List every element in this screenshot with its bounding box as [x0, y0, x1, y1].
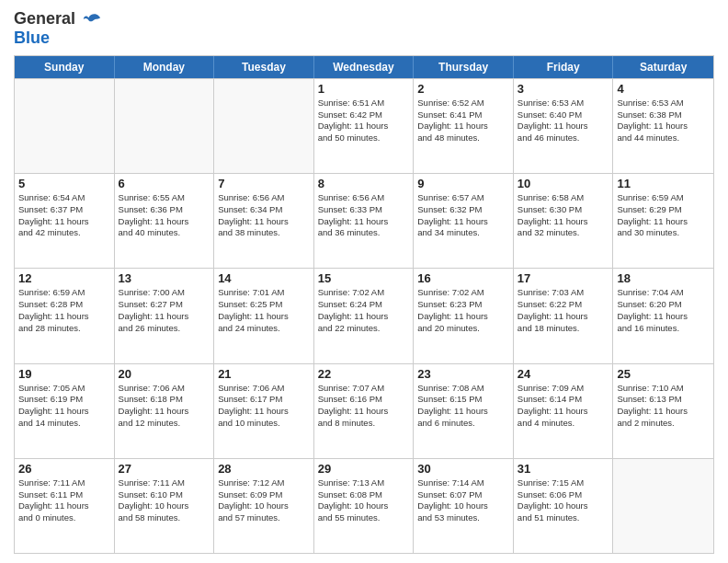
calendar-row-5: 26Sunrise: 7:11 AM Sunset: 6:11 PM Dayli… [15, 458, 713, 553]
day-number: 3 [518, 82, 609, 96]
day-info: Sunrise: 6:51 AM Sunset: 6:42 PM Dayligh… [318, 98, 410, 144]
logo-blue: Blue [14, 29, 50, 47]
day-number: 14 [218, 271, 310, 285]
calendar-cell: 24Sunrise: 7:09 AM Sunset: 6:14 PM Dayli… [514, 364, 614, 458]
day-number: 30 [417, 462, 509, 476]
day-info: Sunrise: 6:52 AM Sunset: 6:41 PM Dayligh… [417, 98, 509, 144]
header: General Blue [14, 9, 714, 48]
calendar-cell: 11Sunrise: 6:59 AM Sunset: 6:29 PM Dayli… [613, 174, 713, 268]
calendar-cell: 28Sunrise: 7:12 AM Sunset: 6:09 PM Dayli… [214, 459, 314, 553]
calendar-cell: 22Sunrise: 7:07 AM Sunset: 6:16 PM Dayli… [314, 364, 415, 458]
calendar-cell: 21Sunrise: 7:06 AM Sunset: 6:17 PM Dayli… [214, 364, 314, 458]
day-number: 8 [318, 177, 410, 190]
day-number: 24 [518, 367, 609, 381]
day-info: Sunrise: 6:53 AM Sunset: 6:40 PM Dayligh… [518, 98, 609, 144]
day-info: Sunrise: 6:58 AM Sunset: 6:30 PM Dayligh… [518, 192, 609, 239]
day-info: Sunrise: 7:07 AM Sunset: 6:16 PM Dayligh… [318, 383, 410, 430]
day-info: Sunrise: 6:56 AM Sunset: 6:33 PM Dayligh… [318, 192, 410, 239]
day-info: Sunrise: 7:03 AM Sunset: 6:22 PM Dayligh… [518, 287, 609, 334]
calendar: SundayMondayTuesdayWednesdayThursdayFrid… [14, 55, 714, 554]
day-number: 28 [218, 462, 310, 476]
calendar-row-2: 5Sunrise: 6:54 AM Sunset: 6:37 PM Daylig… [15, 173, 713, 268]
calendar-cell: 16Sunrise: 7:02 AM Sunset: 6:23 PM Dayli… [414, 269, 514, 362]
day-info: Sunrise: 7:14 AM Sunset: 6:07 PM Dayligh… [417, 477, 509, 524]
day-number: 4 [617, 82, 710, 96]
calendar-header: SundayMondayTuesdayWednesdayThursdayFrid… [15, 56, 713, 78]
calendar-cell: 29Sunrise: 7:13 AM Sunset: 6:08 PM Dayli… [314, 459, 415, 553]
day-number: 2 [417, 82, 509, 96]
day-number: 26 [18, 462, 110, 476]
calendar-cell [214, 79, 314, 173]
day-number: 11 [617, 177, 710, 190]
day-number: 21 [218, 367, 310, 381]
calendar-cell [15, 79, 115, 173]
calendar-cell: 6Sunrise: 6:55 AM Sunset: 6:36 PM Daylig… [115, 174, 215, 268]
calendar-cell: 27Sunrise: 7:11 AM Sunset: 6:10 PM Dayli… [115, 459, 215, 553]
day-info: Sunrise: 7:10 AM Sunset: 6:13 PM Dayligh… [617, 383, 710, 430]
day-info: Sunrise: 7:06 AM Sunset: 6:18 PM Dayligh… [119, 383, 210, 430]
calendar-cell: 26Sunrise: 7:11 AM Sunset: 6:11 PM Dayli… [15, 459, 115, 553]
day-info: Sunrise: 7:02 AM Sunset: 6:23 PM Dayligh… [417, 287, 509, 334]
day-number: 5 [18, 177, 110, 190]
day-number: 15 [318, 271, 410, 285]
day-info: Sunrise: 7:15 AM Sunset: 6:06 PM Dayligh… [518, 477, 609, 524]
day-info: Sunrise: 7:09 AM Sunset: 6:14 PM Dayligh… [518, 383, 609, 430]
day-number: 23 [417, 367, 509, 381]
day-number: 7 [218, 177, 310, 190]
day-info: Sunrise: 6:59 AM Sunset: 6:29 PM Dayligh… [617, 192, 710, 239]
day-number: 12 [18, 271, 110, 285]
calendar-cell: 31Sunrise: 7:15 AM Sunset: 6:06 PM Dayli… [514, 459, 614, 553]
calendar-cell [613, 459, 713, 553]
page: General Blue SundayMondayTuesdayWednesda… [0, 0, 728, 563]
day-info: Sunrise: 7:08 AM Sunset: 6:15 PM Dayligh… [417, 383, 509, 430]
calendar-cell: 8Sunrise: 6:56 AM Sunset: 6:33 PM Daylig… [314, 174, 415, 268]
day-info: Sunrise: 7:11 AM Sunset: 6:10 PM Dayligh… [119, 477, 210, 524]
day-info: Sunrise: 6:59 AM Sunset: 6:28 PM Dayligh… [18, 287, 110, 334]
day-number: 29 [318, 462, 410, 476]
header-day-thursday: Thursday [414, 56, 514, 78]
day-info: Sunrise: 7:01 AM Sunset: 6:25 PM Dayligh… [218, 287, 310, 334]
day-info: Sunrise: 7:12 AM Sunset: 6:09 PM Dayligh… [218, 477, 310, 524]
calendar-row-4: 19Sunrise: 7:05 AM Sunset: 6:19 PM Dayli… [15, 363, 713, 458]
day-number: 13 [119, 271, 210, 285]
day-number: 27 [119, 462, 210, 476]
calendar-cell: 20Sunrise: 7:06 AM Sunset: 6:18 PM Dayli… [115, 364, 215, 458]
calendar-cell: 7Sunrise: 6:56 AM Sunset: 6:34 PM Daylig… [214, 174, 314, 268]
calendar-cell: 18Sunrise: 7:04 AM Sunset: 6:20 PM Dayli… [613, 269, 713, 362]
day-number: 22 [318, 367, 410, 381]
calendar-cell: 19Sunrise: 7:05 AM Sunset: 6:19 PM Dayli… [15, 364, 115, 458]
calendar-cell: 10Sunrise: 6:58 AM Sunset: 6:30 PM Dayli… [514, 174, 614, 268]
header-day-saturday: Saturday [613, 56, 713, 78]
header-day-sunday: Sunday [15, 56, 115, 78]
header-day-wednesday: Wednesday [314, 56, 415, 78]
calendar-cell: 25Sunrise: 7:10 AM Sunset: 6:13 PM Dayli… [613, 364, 713, 458]
day-info: Sunrise: 6:54 AM Sunset: 6:37 PM Dayligh… [18, 192, 110, 239]
day-number: 19 [18, 367, 110, 381]
logo-bird-icon [82, 9, 102, 29]
day-info: Sunrise: 6:57 AM Sunset: 6:32 PM Dayligh… [417, 192, 509, 239]
calendar-cell: 17Sunrise: 7:03 AM Sunset: 6:22 PM Dayli… [514, 269, 614, 362]
day-info: Sunrise: 6:53 AM Sunset: 6:38 PM Dayligh… [617, 98, 710, 144]
day-info: Sunrise: 7:11 AM Sunset: 6:11 PM Dayligh… [18, 477, 110, 524]
calendar-cell: 23Sunrise: 7:08 AM Sunset: 6:15 PM Dayli… [414, 364, 514, 458]
logo-general: General [14, 9, 75, 28]
day-info: Sunrise: 7:13 AM Sunset: 6:08 PM Dayligh… [318, 477, 410, 524]
day-number: 10 [518, 177, 609, 190]
header-day-tuesday: Tuesday [214, 56, 314, 78]
day-info: Sunrise: 7:05 AM Sunset: 6:19 PM Dayligh… [18, 383, 110, 430]
day-number: 6 [119, 177, 210, 190]
day-number: 1 [318, 82, 410, 96]
day-info: Sunrise: 6:55 AM Sunset: 6:36 PM Dayligh… [119, 192, 210, 239]
calendar-cell [115, 79, 215, 173]
day-info: Sunrise: 7:04 AM Sunset: 6:20 PM Dayligh… [617, 287, 710, 334]
header-day-monday: Monday [115, 56, 215, 78]
logo: General Blue [14, 9, 102, 48]
header-day-friday: Friday [514, 56, 614, 78]
calendar-cell: 2Sunrise: 6:52 AM Sunset: 6:41 PM Daylig… [414, 79, 514, 173]
calendar-cell: 1Sunrise: 6:51 AM Sunset: 6:42 PM Daylig… [314, 79, 415, 173]
day-info: Sunrise: 7:02 AM Sunset: 6:24 PM Dayligh… [318, 287, 410, 334]
calendar-cell: 9Sunrise: 6:57 AM Sunset: 6:32 PM Daylig… [414, 174, 514, 268]
day-number: 20 [119, 367, 210, 381]
day-info: Sunrise: 7:06 AM Sunset: 6:17 PM Dayligh… [218, 383, 310, 430]
day-info: Sunrise: 7:00 AM Sunset: 6:27 PM Dayligh… [119, 287, 210, 334]
